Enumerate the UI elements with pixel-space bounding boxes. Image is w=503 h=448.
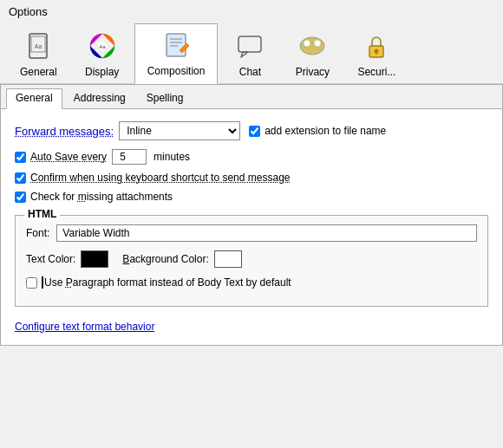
color-row: Text Color: Background Color:	[26, 250, 477, 268]
toolbar-item-chat[interactable]: Chat	[219, 24, 280, 83]
forward-messages-row: Forward messages: Inline As Attachment A…	[15, 121, 488, 140]
toolbar-label-security: Securi...	[357, 66, 395, 78]
text-color-label: Text Color:	[26, 253, 75, 265]
content-area: General Addressing Spelling Forward mess…	[0, 84, 503, 346]
configure-link-container: Configure text format behavior	[15, 315, 488, 333]
forward-messages-label: Forward messages:	[15, 125, 114, 138]
toolbar: Aa General Aa Display	[0, 20, 503, 84]
toolbar-label-display: Display	[85, 66, 119, 78]
tab-addressing[interactable]: Addressing	[64, 88, 135, 108]
auto-save-checkbox[interactable]	[15, 152, 26, 163]
svg-text:Aa: Aa	[35, 43, 42, 49]
tab-spelling[interactable]: Spelling	[137, 88, 193, 108]
chat-icon	[232, 29, 267, 63]
add-extension-label: add extension to file name	[265, 125, 386, 137]
composition-icon	[159, 28, 193, 62]
general-icon: Aa	[21, 29, 56, 63]
text-color-swatch[interactable]	[81, 250, 108, 268]
auto-save-row: Auto Save every minutes	[15, 149, 488, 165]
check-attachments-row: Check for missing attachments	[15, 191, 488, 203]
font-value: Variable Width	[56, 224, 477, 242]
toolbar-item-privacy[interactable]: Privacy	[282, 24, 343, 83]
svg-point-17	[304, 41, 310, 46]
font-row: Font: Variable Width	[26, 224, 477, 242]
toolbar-label-composition: Composition	[147, 65, 206, 77]
extension-row: add extension to file name	[249, 125, 386, 137]
svg-text:Aa: Aa	[99, 44, 106, 49]
confirm-shortcut-row: Confirm when using keyboard shortcut to …	[15, 172, 488, 184]
confirm-shortcut-checkbox[interactable]	[15, 172, 26, 184]
add-extension-checkbox[interactable]	[249, 126, 260, 137]
confirm-shortcut-label: Confirm when using keyboard shortcut to …	[30, 172, 291, 184]
window-title: Options	[9, 5, 48, 18]
privacy-icon	[295, 29, 330, 63]
paragraph-row: Use Paragraph format instead of Body Tex…	[26, 276, 477, 289]
toolbar-label-privacy: Privacy	[296, 66, 330, 78]
font-label: Font:	[26, 227, 49, 239]
tabs-bar: General Addressing Spelling	[1, 85, 502, 109]
toolbar-item-composition[interactable]: Composition	[134, 23, 219, 84]
svg-marker-13	[241, 52, 248, 57]
svg-rect-6	[167, 34, 186, 56]
svg-rect-12	[238, 36, 261, 52]
display-icon: Aa	[85, 29, 120, 63]
toolbar-label-general: General	[20, 66, 57, 78]
html-section: HTML Font: Variable Width Text Color: Ba…	[15, 215, 488, 307]
bg-color-swatch[interactable]	[214, 250, 242, 268]
bg-color-label: Background Color:	[122, 253, 208, 265]
toolbar-item-display[interactable]: Aa Display	[72, 24, 133, 83]
security-icon	[359, 29, 394, 63]
auto-save-minutes-input[interactable]	[112, 149, 147, 165]
cursor-indicator	[42, 276, 43, 289]
forward-messages-select[interactable]: Inline As Attachment As Quoted	[119, 121, 240, 140]
paragraph-label: Use Paragraph format instead of Body Tex…	[44, 276, 291, 289]
check-attachments-checkbox[interactable]	[15, 192, 26, 203]
paragraph-checkbox[interactable]	[26, 277, 37, 289]
toolbar-item-general[interactable]: Aa General	[7, 24, 70, 83]
svg-point-18	[315, 41, 320, 46]
tab-general[interactable]: General	[6, 88, 62, 109]
configure-link[interactable]: Configure text format behavior	[15, 321, 154, 333]
toolbar-label-chat: Chat	[239, 66, 261, 78]
toolbar-item-security[interactable]: Securi...	[344, 24, 408, 83]
auto-save-label: Auto Save every	[30, 151, 107, 163]
tab-content-general: Forward messages: Inline As Attachment A…	[1, 109, 502, 345]
check-attachments-label: Check for missing attachments	[30, 191, 173, 203]
minutes-label: minutes	[154, 151, 190, 163]
title-bar: Options	[0, 0, 503, 20]
html-section-title: HTML	[24, 208, 60, 220]
